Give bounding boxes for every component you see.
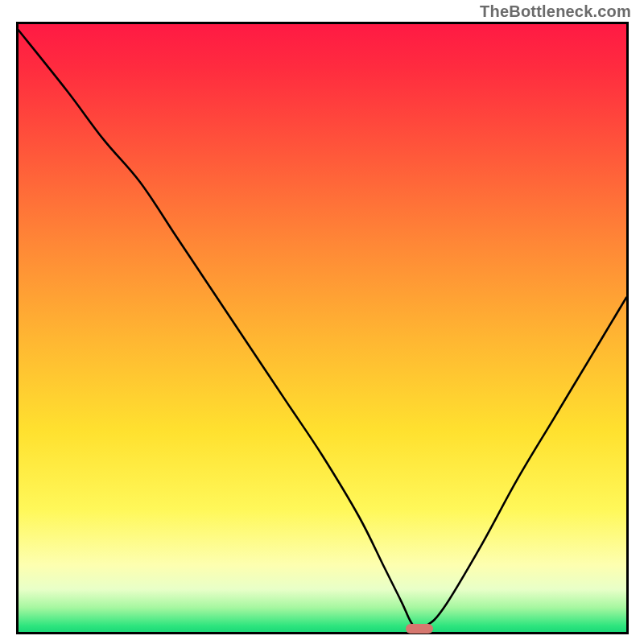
chart-frame	[16, 22, 629, 634]
watermark-text: TheBottleneck.com	[480, 2, 631, 21]
bottleneck-curve	[19, 24, 626, 632]
minimum-marker	[406, 624, 433, 634]
